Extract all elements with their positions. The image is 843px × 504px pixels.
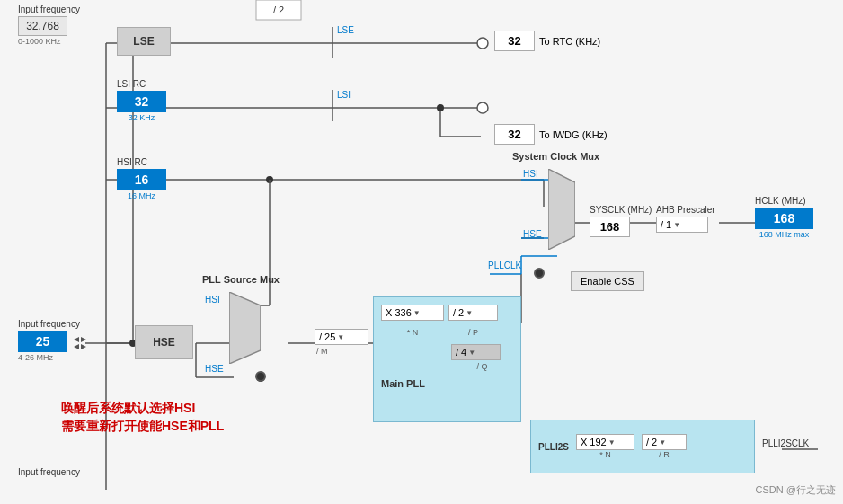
plli2s-n-arrow: ▼ (608, 438, 616, 447)
annotation-line2: 需要重新打开使能HSE和PLL (61, 418, 224, 436)
plli2s-r-group: / 2 ▼ / R (642, 434, 687, 459)
pll-m-dropdown[interactable]: / 25 ▼ (315, 329, 368, 345)
enable-css-group: Enable CSS (571, 271, 644, 291)
plli2s-r-label: / R (642, 450, 687, 459)
pll-hse-selected-indicator (255, 371, 266, 382)
plli2s-container: PLLI2S X 192 ▼ * N / 2 ▼ / R (530, 420, 755, 473)
hse-freq-range: 4-26 MHz (18, 353, 53, 362)
hsi-mux-label: HSI (523, 169, 538, 179)
lse-wire-label: LSE (337, 25, 354, 35)
bottom-freq-label: Input frequency (18, 467, 80, 477)
pll-m-label: / M (315, 347, 368, 356)
lsi-value[interactable]: 32 (117, 91, 166, 112)
plli2s-n-dropdown[interactable]: X 192 ▼ (576, 434, 634, 450)
plli2s-label: PLLI2S (538, 442, 569, 452)
bottom-input-freq: Input frequency (18, 467, 80, 479)
plli2s-n-group: X 192 ▼ * N (576, 434, 634, 459)
pll-source-mux-shape (229, 292, 261, 364)
lsi-rc-label: LSI RC (117, 79, 166, 89)
annotation-line1: 唤醒后系统默认选择HSI (61, 400, 224, 418)
hse-freq-label: Input frequency (18, 319, 80, 329)
ahb-group: AHB Prescaler / 1 ▼ (656, 205, 715, 233)
pllclk-label: PLLCLK (488, 261, 521, 270)
svg-point-33 (437, 104, 444, 111)
rtc-value[interactable]: 32 (494, 31, 535, 51)
hse-mux-label: HSE (523, 229, 542, 239)
system-clock-mux-shape (548, 169, 575, 250)
system-clock-mux-label: System Clock Mux (512, 151, 599, 162)
rtc-group: 32 To RTC (KHz) (494, 31, 600, 51)
lse-input-freq: Input frequency 32.768 0-1000 KHz (18, 4, 80, 46)
pll-labels-row: * N / P (381, 328, 513, 337)
pll-p-dropdown[interactable]: / 2 ▼ (448, 305, 498, 321)
pll-p-label: / P (448, 328, 498, 337)
pllclk-selected-indicator (534, 268, 545, 279)
svg-point-36 (477, 102, 488, 113)
main-pll-container: X 336 ▼ / 2 ▼ * N / P / 4 ▼ / Q Main PLL (373, 296, 521, 422)
lse-freq-value[interactable]: 32.768 (18, 16, 67, 36)
annotation-block: 唤醒后系统默认选择HSI 需要重新打开使能HSE和PLL (61, 400, 224, 435)
hsi-pll-label: HSI (205, 295, 220, 305)
hse-connectors (74, 337, 86, 349)
lsi-wire-label: LSI (337, 90, 351, 100)
pll-p-arrow: ▼ (466, 309, 473, 317)
svg-text:/ 2: / 2 (273, 4, 284, 15)
lse-freq-label: Input frequency (18, 4, 80, 14)
main-pll-label: Main PLL (381, 378, 513, 389)
svg-point-35 (477, 38, 488, 49)
plli2s-n-label: * N (576, 450, 634, 459)
pll-q-dropdown[interactable]: / 4 ▼ (451, 344, 501, 360)
hse-freq-value[interactable]: 25 (18, 331, 67, 352)
svg-marker-50 (229, 292, 261, 364)
hsi-freq-label: 16 MHz (117, 191, 166, 200)
rtc-label: To RTC (KHz) (539, 36, 600, 47)
iwdg-label: To IWDG (KHz) (539, 129, 608, 140)
iwdg-value[interactable]: 32 (494, 124, 535, 145)
lse-block: LSE (117, 27, 171, 56)
pll-n-dropdown[interactable]: X 336 ▼ (381, 305, 444, 321)
pll-m-arrow: ▼ (337, 333, 344, 341)
lsi-group: LSI RC 32 32 KHz (117, 79, 166, 122)
watermark: CSDN @行之无迹 (756, 483, 836, 497)
hclk-value[interactable]: 168 (755, 208, 813, 229)
pll-q-row: / 4 ▼ / Q (451, 344, 513, 371)
sysclk-group: SYSCLK (MHz) 168 (590, 205, 652, 237)
sysclk-value[interactable]: 168 (590, 217, 630, 237)
hse-pll-label: HSE (205, 364, 224, 374)
pll-q-label: / Q (451, 362, 513, 371)
plli2sclk-label: PLLI2SCLK (762, 438, 809, 448)
hclk-group: HCLK (MHz) 168 168 MHz max (755, 196, 813, 239)
pll-source-mux-label: PLL Source Mux (202, 274, 280, 285)
ahb-dropdown[interactable]: / 1 ▼ (656, 217, 708, 233)
plli2s-r-dropdown[interactable]: / 2 ▼ (642, 434, 687, 450)
pll-n-label: * N (381, 328, 444, 337)
ahb-dropdown-arrow: ▼ (673, 221, 680, 229)
main-container: / 2 Input frequency 32.768 0-1000 KHz LS… (0, 0, 843, 504)
lse-freq-range: 0-1000 KHz (18, 37, 61, 46)
lsi-freq-label: 32 KHz (117, 113, 166, 122)
hsi-value[interactable]: 16 (117, 169, 166, 190)
hclk-label: HCLK (MHz) (755, 196, 813, 206)
pll-n-arrow: ▼ (413, 309, 421, 317)
svg-rect-47 (256, 0, 301, 20)
hsi-group: HSI RC 16 16 MHz (117, 157, 166, 200)
svg-marker-49 (548, 169, 575, 250)
hsi-rc-label: HSI RC (117, 157, 166, 167)
sysclk-label: SYSCLK (MHz) (590, 205, 652, 215)
iwdg-group: 32 To IWDG (KHz) (494, 124, 608, 145)
hse-block: HSE (135, 325, 193, 359)
pll-n-row: X 336 ▼ / 2 ▼ (381, 305, 513, 321)
hse-input-freq: Input frequency 25 4-26 MHz (18, 319, 80, 362)
ahb-label: AHB Prescaler (656, 205, 715, 215)
pll-q-arrow: ▼ (468, 349, 475, 357)
enable-css-button[interactable]: Enable CSS (571, 271, 644, 291)
svg-point-34 (266, 176, 273, 183)
pll-m-group: / 25 ▼ / M (315, 329, 368, 356)
hclk-max-label: 168 MHz max (755, 230, 813, 239)
plli2s-r-arrow: ▼ (659, 438, 666, 447)
